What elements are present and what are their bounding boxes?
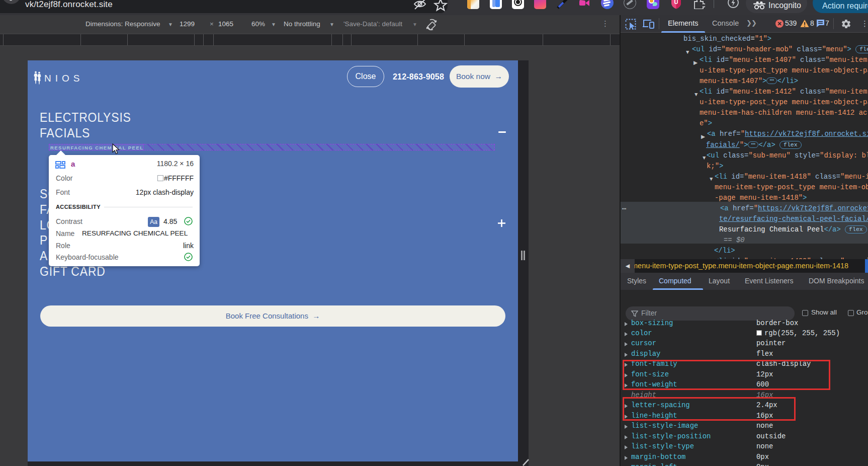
- svg-text:U: U: [674, 0, 678, 5]
